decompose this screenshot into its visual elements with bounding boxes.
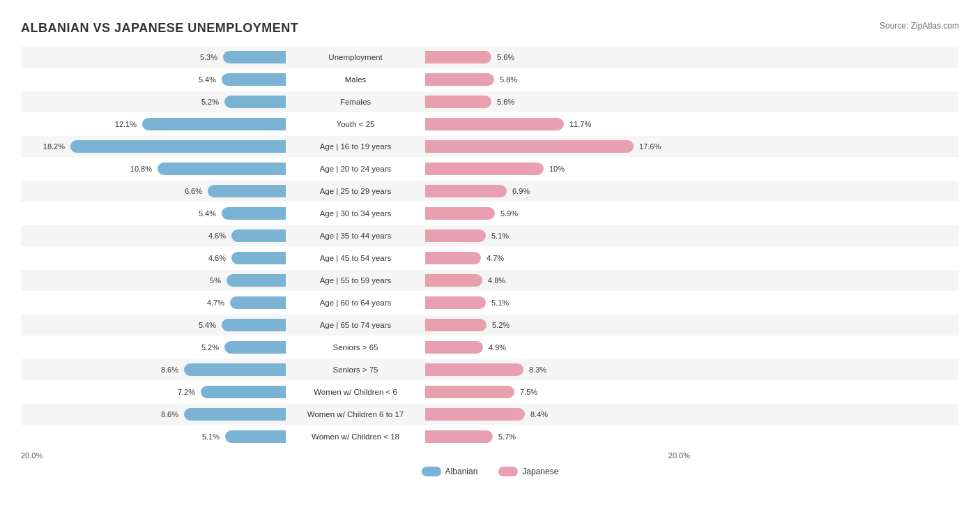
table-row: 10.8%Age | 20 to 24 years10% [21,158,959,179]
bar-left [208,185,286,197]
chart-title: ALBANIAN VS JAPANESE UNEMPLOYMENT [21,21,298,36]
left-bar-container: 5% [21,270,286,291]
table-row: 5.3%Unemployment5.6% [21,47,959,68]
bar-wrapper-left: 12.1% [142,118,286,130]
table-row: 4.6%Age | 35 to 44 years5.1% [21,225,959,246]
bar-left [227,274,286,287]
bar-right [425,386,514,398]
bar-right [425,140,634,153]
bar-value-left: 8.6% [161,365,178,374]
table-row: 8.6%Seniors > 758.3% [21,359,959,380]
bar-value-right: 4.9% [489,343,506,352]
bar-wrapper-left: 6.6% [208,185,286,197]
bar-right [425,73,494,86]
bar-right [425,118,564,130]
bar-value-right: 5.8% [500,75,517,84]
bar-right [425,319,487,331]
bar-value-right: 4.7% [487,254,504,262]
axis-right-label: 20.0% [668,451,690,460]
row-label: Age | 30 to 34 years [286,209,425,218]
bar-wrapper-left: 18.2% [70,140,286,153]
table-row: 12.1%Youth < 2511.7% [21,114,959,135]
bar-left [222,319,286,331]
row-label: Unemployment [286,53,425,61]
row-label: Youth < 25 [286,120,425,128]
legend-item-albanian: Albanian [422,467,478,476]
bar-left [222,73,286,86]
bar-value-right: 4.8% [488,276,505,285]
left-bar-container: 5.4% [21,315,286,335]
bar-wrapper-right: 6.9% [425,185,507,197]
bar-wrapper-left: 5% [227,274,286,287]
bar-right [425,430,493,443]
bar-value-right: 11.7% [569,120,591,128]
left-bar-container: 5.3% [21,47,286,68]
right-bar-container: 5.8% [425,69,690,90]
bar-value-right: 17.6% [639,142,661,151]
row-label: Age | 35 to 44 years [286,232,425,240]
bar-right [425,51,491,63]
axis-left-label: 20.0% [21,451,43,460]
legend-label-japanese: Japanese [522,467,558,476]
right-bar-container: 5.2% [425,315,690,335]
row-label: Age | 60 to 64 years [286,299,425,307]
left-bar-container: 8.6% [21,404,286,425]
right-bar-container: 11.7% [425,114,690,135]
right-bar-container: 5.6% [425,91,690,112]
bar-left [184,408,286,421]
bar-wrapper-left: 8.6% [184,408,286,421]
bar-wrapper-right: 8.3% [425,363,523,376]
bar-value-left: 5.4% [199,209,216,218]
right-bar-container: 4.7% [425,248,690,269]
bar-wrapper-left: 5.4% [222,73,286,86]
table-row: 5.4%Age | 30 to 34 years5.9% [21,203,959,224]
bar-value-left: 7.2% [178,388,195,396]
bar-right [425,207,495,220]
bar-value-right: 5.1% [491,299,509,307]
bar-value-left: 5.4% [199,321,216,329]
right-bar-container: 4.9% [425,337,690,358]
bar-value-left: 10.8% [130,165,152,173]
bar-value-right: 6.9% [512,187,530,195]
bar-value-right: 10% [549,165,565,173]
bar-value-left: 5.2% [201,343,219,352]
bar-right [425,408,525,421]
bar-wrapper-right: 11.7% [425,118,564,130]
bar-wrapper-right: 5.1% [425,229,486,242]
bar-left [201,386,286,398]
row-label: Women w/ Children 6 to 17 [286,410,425,418]
bar-left [224,96,286,108]
left-bar-container: 5.2% [21,91,286,112]
left-bar-container: 5.2% [21,337,286,358]
table-row: 4.6%Age | 45 to 54 years4.7% [21,248,959,269]
right-bar-container: 5.1% [425,225,690,246]
left-bar-container: 5.4% [21,69,286,90]
bar-wrapper-right: 17.6% [425,140,634,153]
bar-wrapper-right: 5.8% [425,73,494,86]
bar-value-right: 8.3% [529,365,546,374]
bar-left [158,163,286,175]
bar-left [70,140,286,153]
bar-wrapper-right: 4.8% [425,274,482,287]
bar-wrapper-right: 5.6% [425,96,491,108]
right-bar-container: 5.1% [425,292,690,313]
left-bar-container: 5.1% [21,426,286,447]
bar-left [142,118,286,130]
bar-wrapper-right: 4.7% [425,252,481,264]
bar-wrapper-left: 4.7% [230,296,286,309]
row-label: Seniors > 75 [286,365,425,374]
left-bar-container: 6.6% [21,181,286,202]
bar-wrapper-left: 5.2% [224,96,286,108]
left-bar-container: 7.2% [21,382,286,402]
bar-wrapper-left: 5.4% [222,207,286,220]
chart-rows: 5.3%Unemployment5.6%5.4%Males5.8%5.2%Fem… [21,47,959,447]
bar-wrapper-right: 5.9% [425,207,495,220]
axis-left: 20.0% [21,451,286,460]
bar-wrapper-right: 7.5% [425,386,514,398]
bar-right [425,274,482,287]
bar-wrapper-right: 8.4% [425,408,525,421]
chart-header: ALBANIAN VS JAPANESE UNEMPLOYMENT Source… [21,21,959,36]
right-bar-container: 17.6% [425,136,690,157]
bar-wrapper-left: 8.6% [184,363,286,376]
bar-value-right: 5.2% [492,321,510,329]
